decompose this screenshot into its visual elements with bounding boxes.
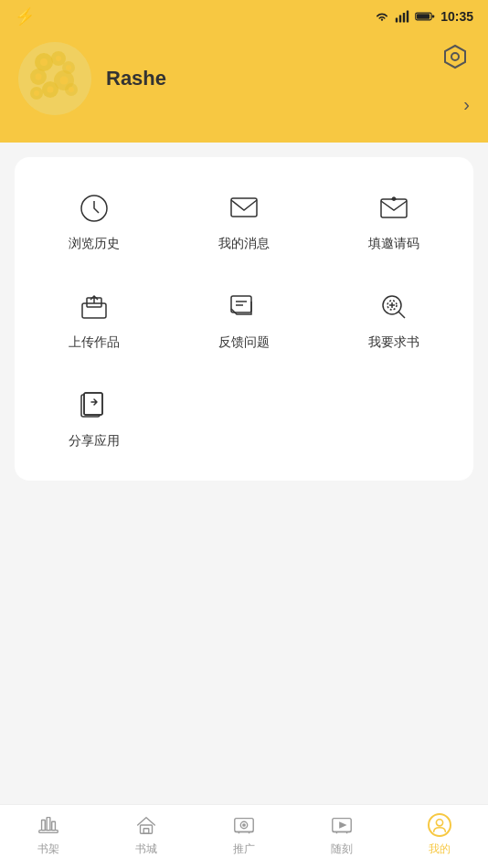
upload-box-icon <box>74 287 114 327</box>
header-left: Rashe <box>18 42 166 115</box>
svg-rect-0 <box>396 18 398 23</box>
svg-point-19 <box>36 74 42 80</box>
nav-label-moments: 随刻 <box>331 842 353 857</box>
svg-point-22 <box>69 87 74 92</box>
svg-marker-56 <box>339 821 346 828</box>
svg-rect-5 <box>417 14 430 19</box>
person-icon-inner <box>431 817 448 833</box>
svg-point-17 <box>56 56 61 61</box>
moments-nav-icon <box>329 812 355 838</box>
wifi-icon <box>375 10 389 23</box>
menu-card: 浏览历史 我的消息 填邀请码 <box>15 157 473 481</box>
person-nav-icon <box>427 812 452 838</box>
svg-point-20 <box>60 77 69 85</box>
menu-label-share-app: 分享应用 <box>69 433 120 450</box>
envelope-gift-icon <box>374 188 414 228</box>
svg-rect-6 <box>432 15 434 17</box>
menu-label-my-messages: 我的消息 <box>218 236 270 252</box>
menu-item-request-book[interactable]: 我要求书 <box>324 274 464 364</box>
svg-line-36 <box>398 312 405 318</box>
svg-point-24 <box>451 53 459 60</box>
share-icon <box>74 386 114 426</box>
home-nav-icon <box>133 812 159 838</box>
svg-rect-45 <box>48 818 51 831</box>
menu-label-browse-history: 浏览历史 <box>69 236 120 252</box>
svg-point-21 <box>48 87 54 93</box>
profile-chevron[interactable]: › <box>463 94 470 115</box>
svg-rect-27 <box>381 199 407 217</box>
avatar-image <box>18 42 91 115</box>
svg-rect-48 <box>143 829 149 834</box>
status-bar: ⚡ 10:35 <box>0 0 488 33</box>
nav-item-mine[interactable]: 我的 <box>390 812 488 861</box>
nav-label-bookstore: 书城 <box>135 842 157 857</box>
svg-rect-29 <box>82 303 106 318</box>
person-circle-icon <box>428 813 451 837</box>
svg-rect-3 <box>407 11 408 23</box>
menu-label-request-book: 我要求书 <box>368 334 419 351</box>
nav-label-bookshelf: 书架 <box>37 842 59 857</box>
nav-item-promote[interactable]: 推广 <box>196 812 293 861</box>
svg-rect-26 <box>231 198 257 217</box>
clock-icon <box>74 188 114 228</box>
bolt-icon: ⚡ <box>15 6 35 26</box>
svg-rect-1 <box>399 15 401 22</box>
username: Rashe <box>106 67 166 90</box>
settings-button[interactable] <box>440 42 470 75</box>
feedback-icon <box>224 287 264 327</box>
menu-item-share-app[interactable]: 分享应用 <box>24 373 164 462</box>
message-icon <box>224 188 264 228</box>
svg-point-60 <box>436 820 442 826</box>
menu-label-feedback: 反馈问题 <box>218 334 270 351</box>
nav-label-mine: 我的 <box>429 842 451 857</box>
nav-item-bookshelf[interactable]: 书架 <box>0 812 98 861</box>
search-book-icon <box>374 287 414 327</box>
signal-icon <box>395 10 409 23</box>
svg-rect-47 <box>141 825 153 833</box>
nav-item-bookstore[interactable]: 书城 <box>98 812 196 861</box>
header: Rashe › <box>0 33 488 143</box>
svg-point-16 <box>40 58 48 66</box>
menu-item-fill-invite[interactable]: 填邀请码 <box>324 175 464 265</box>
bookshelf-nav-icon <box>36 812 61 838</box>
svg-rect-32 <box>231 296 251 312</box>
svg-point-18 <box>66 65 71 70</box>
menu-item-upload-work[interactable]: 上传作品 <box>24 274 164 364</box>
main-content: 浏览历史 我的消息 填邀请码 <box>0 143 488 495</box>
menu-item-browse-history[interactable]: 浏览历史 <box>24 175 164 265</box>
avatar[interactable] <box>18 42 91 115</box>
chevron-right-icon: › <box>463 94 470 114</box>
hexagon-settings-icon <box>440 42 470 71</box>
svg-rect-44 <box>42 820 46 830</box>
nav-item-moments[interactable]: 随刻 <box>292 812 390 861</box>
svg-rect-46 <box>52 821 56 830</box>
time-display: 10:35 <box>440 9 473 24</box>
menu-item-feedback[interactable]: 反馈问题 <box>174 274 314 364</box>
menu-label-upload-work: 上传作品 <box>69 334 120 351</box>
svg-point-23 <box>34 90 39 96</box>
promote-nav-icon <box>231 812 257 838</box>
svg-point-51 <box>242 823 246 827</box>
menu-label-fill-invite: 填邀请码 <box>368 236 419 252</box>
svg-rect-41 <box>84 393 102 415</box>
nav-label-promote: 推广 <box>233 842 255 857</box>
svg-point-28 <box>392 197 396 201</box>
menu-item-my-messages[interactable]: 我的消息 <box>174 175 314 265</box>
status-bar-left: ⚡ <box>15 6 35 26</box>
battery-icon <box>415 11 435 22</box>
svg-rect-2 <box>403 13 405 22</box>
status-bar-right: 10:35 <box>375 9 473 24</box>
bottom-nav: 书架 书城 推广 <box>0 804 488 868</box>
